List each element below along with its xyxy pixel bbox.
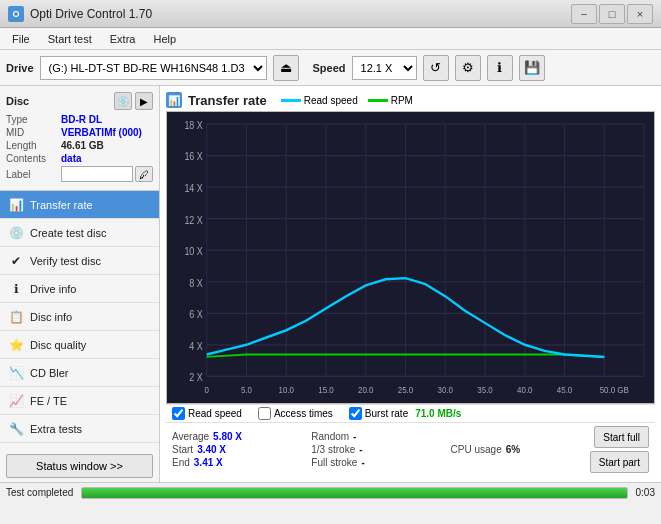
extra-tests-icon: 🔧 <box>8 421 24 437</box>
nav-extra-tests-label: Extra tests <box>30 423 82 435</box>
checkboxes-row: Read speed Access times Burst rate 71.0 … <box>166 404 655 423</box>
disc-quality-icon: ⭐ <box>8 337 24 353</box>
svg-text:4 X: 4 X <box>189 340 203 352</box>
type-value: BD-R DL <box>61 114 102 125</box>
contents-label: Contents <box>6 153 61 164</box>
app-title: Opti Drive Control 1.70 <box>30 7 152 21</box>
read-speed-checkbox-label: Read speed <box>188 408 242 419</box>
legend-read-speed-color <box>281 99 301 102</box>
random-value: - <box>353 431 356 442</box>
full-stroke-value: - <box>361 457 364 468</box>
cd-bler-icon: 📉 <box>8 365 24 381</box>
nav-extra-tests[interactable]: 🔧 Extra tests <box>0 415 159 443</box>
svg-text:20.0: 20.0 <box>358 385 374 396</box>
menu-start-test[interactable]: Start test <box>40 31 100 47</box>
app-icon: O <box>8 6 24 22</box>
menu-extra[interactable]: Extra <box>102 31 144 47</box>
disc-panel: Disc 💿 ▶ Type BD-R DL MID VERBATIMf (000… <box>0 86 159 191</box>
status-time: 0:03 <box>636 487 655 498</box>
stroke13-label: 1/3 stroke <box>311 444 355 455</box>
svg-text:2 X: 2 X <box>189 371 203 383</box>
legend-read-speed: Read speed <box>281 95 358 106</box>
legend-rpm: RPM <box>368 95 413 106</box>
svg-text:50.0 GB: 50.0 GB <box>600 385 629 396</box>
burst-rate-value: 71.0 MB/s <box>415 408 461 419</box>
info-button[interactable]: ℹ <box>487 55 513 81</box>
save-button[interactable]: 💾 <box>519 55 545 81</box>
svg-text:8 X: 8 X <box>189 277 203 289</box>
svg-text:40.0: 40.0 <box>517 385 533 396</box>
nav-verify-test-disc-label: Verify test disc <box>30 255 101 267</box>
speed-select[interactable]: 12.1 X <box>352 56 417 80</box>
status-text: Test completed <box>6 487 73 498</box>
chart-icon: 📊 <box>166 92 182 108</box>
nav-verify-test-disc[interactable]: ✔ Verify test disc <box>0 247 159 275</box>
svg-text:30.0: 30.0 <box>438 385 454 396</box>
start-part-button[interactable]: Start part <box>590 451 649 473</box>
cpu-label: CPU usage <box>451 444 502 455</box>
minimize-button[interactable]: − <box>571 4 597 24</box>
nav-disc-info[interactable]: 📋 Disc info <box>0 303 159 331</box>
eject-button[interactable]: ⏏ <box>273 55 299 81</box>
label-label: Label <box>6 169 61 180</box>
svg-text:6 X: 6 X <box>189 308 203 320</box>
nav-drive-info[interactable]: ℹ Drive info <box>0 275 159 303</box>
refresh-button[interactable]: ↺ <box>423 55 449 81</box>
disc-icon1[interactable]: 💿 <box>114 92 132 110</box>
burst-rate-checkbox[interactable] <box>349 407 362 420</box>
read-speed-checkbox[interactable] <box>172 407 185 420</box>
menu-file[interactable]: File <box>4 31 38 47</box>
chart-area: 📊 Transfer rate Read speed RPM <box>160 86 661 482</box>
status-window-button[interactable]: Status window >> <box>6 454 153 478</box>
label-btn[interactable]: 🖊 <box>135 166 153 182</box>
legend-rpm-color <box>368 99 388 102</box>
stats-col2: Random - 1/3 stroke - Full stroke - <box>311 431 450 468</box>
length-label: Length <box>6 140 61 151</box>
progress-bar-container <box>81 487 627 499</box>
nav-create-test-disc-label: Create test disc <box>30 227 106 239</box>
end-stat: End 3.41 X <box>172 457 311 468</box>
drive-select[interactable]: (G:) HL-DT-ST BD-RE WH16NS48 1.D3 <box>40 56 267 80</box>
nav-transfer-rate[interactable]: 📊 Transfer rate <box>0 191 159 219</box>
burst-rate-checkbox-item: Burst rate 71.0 MB/s <box>349 407 462 420</box>
random-label: Random <box>311 431 349 442</box>
mid-label: MID <box>6 127 61 138</box>
svg-text:45.0: 45.0 <box>557 385 573 396</box>
nav-cd-bler[interactable]: 📉 CD Bler <box>0 359 159 387</box>
contents-value: data <box>61 153 82 164</box>
nav-create-test-disc[interactable]: 💿 Create test disc <box>0 219 159 247</box>
chart-title: Transfer rate <box>188 93 267 108</box>
full-stroke-stat: Full stroke - <box>311 457 450 468</box>
nav-fe-te[interactable]: 📈 FE / TE <box>0 387 159 415</box>
svg-text:10.0: 10.0 <box>279 385 295 396</box>
nav-disc-quality[interactable]: ⭐ Disc quality <box>0 331 159 359</box>
action-buttons: Start full Start part <box>590 426 649 473</box>
disc-info-icon: 📋 <box>8 309 24 325</box>
cpu-value: 6% <box>506 444 520 455</box>
svg-text:16 X: 16 X <box>184 151 203 163</box>
access-times-checkbox[interactable] <box>258 407 271 420</box>
label-input[interactable] <box>61 166 133 182</box>
average-value: 5.80 X <box>213 431 242 442</box>
type-label: Type <box>6 114 61 125</box>
main-layout: Disc 💿 ▶ Type BD-R DL MID VERBATIMf (000… <box>0 86 661 482</box>
svg-text:5.0: 5.0 <box>241 385 252 396</box>
svg-text:14 X: 14 X <box>184 182 203 194</box>
legend-read-speed-label: Read speed <box>304 95 358 106</box>
nav-transfer-rate-label: Transfer rate <box>30 199 93 211</box>
start-stat: Start 3.40 X <box>172 444 311 455</box>
random-stat: Random - <box>311 431 450 442</box>
stats-col1: Average 5.80 X Start 3.40 X End 3.41 X <box>172 431 311 468</box>
menu-help[interactable]: Help <box>145 31 184 47</box>
disc-icon2[interactable]: ▶ <box>135 92 153 110</box>
nav-items: 📊 Transfer rate 💿 Create test disc ✔ Ver… <box>0 191 159 450</box>
read-speed-checkbox-item: Read speed <box>172 407 242 420</box>
speed-label: Speed <box>313 62 346 74</box>
stroke13-stat: 1/3 stroke - <box>311 444 450 455</box>
start-full-button[interactable]: Start full <box>594 426 649 448</box>
maximize-button[interactable]: □ <box>599 4 625 24</box>
full-stroke-label: Full stroke <box>311 457 357 468</box>
close-button[interactable]: × <box>627 4 653 24</box>
legend-rpm-label: RPM <box>391 95 413 106</box>
settings-button[interactable]: ⚙ <box>455 55 481 81</box>
